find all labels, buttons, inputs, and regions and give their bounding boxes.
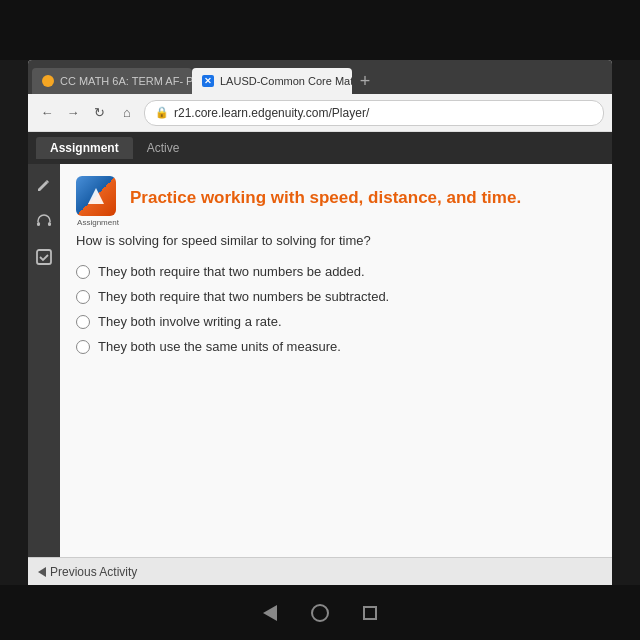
main-content: Assignment Practice working with speed, …: [60, 164, 612, 557]
nav-controls: ← → ↻: [36, 102, 110, 124]
content-area: Assignment Practice working with speed, …: [28, 164, 612, 557]
android-recents-icon: [363, 606, 377, 620]
sidebar-check-icon[interactable]: [33, 246, 55, 268]
new-tab-button[interactable]: +: [352, 68, 378, 94]
android-recents-button[interactable]: [360, 603, 380, 623]
url-text: r21.core.learn.edgenuity.com/Player/: [174, 106, 369, 120]
browser-window: CC MATH 6A: TERM AF- PER... ✕ ✕ LAUSD-Co…: [28, 60, 612, 585]
sidebar-pencil-icon[interactable]: [33, 174, 55, 196]
tab-2[interactable]: ✕ LAUSD-Common Core Math ... ✕: [192, 68, 352, 94]
tab1-label: CC MATH 6A: TERM AF- PER...: [60, 75, 192, 87]
assignment-header: Assignment Practice working with speed, …: [76, 176, 596, 220]
back-button[interactable]: ←: [36, 102, 58, 124]
tab2-label: LAUSD-Common Core Math ...: [220, 75, 352, 87]
android-back-icon: [263, 605, 277, 621]
previous-activity-button[interactable]: Previous Activity: [38, 565, 137, 579]
left-sidebar: [28, 164, 60, 557]
option-3[interactable]: They both involve writing a rate.: [76, 314, 596, 329]
address-bar: ← → ↻ ⌂ 🔒 r21.core.learn.edgenuity.com/P…: [28, 94, 612, 132]
option-3-text: They both involve writing a rate.: [98, 314, 282, 329]
prev-arrow-icon: [38, 567, 46, 577]
refresh-button[interactable]: ↻: [88, 102, 110, 124]
svg-rect-1: [48, 222, 51, 226]
tab-bar: CC MATH 6A: TERM AF- PER... ✕ ✕ LAUSD-Co…: [28, 60, 612, 94]
android-back-button[interactable]: [260, 603, 280, 623]
svg-rect-0: [37, 222, 40, 226]
options-list: They both require that two numbers be ad…: [76, 264, 596, 354]
sidebar-headphones-icon[interactable]: [33, 210, 55, 232]
prev-activity-label: Previous Activity: [50, 565, 137, 579]
android-home-button[interactable]: [310, 603, 330, 623]
question-text: How is solving for speed similar to solv…: [76, 232, 596, 250]
svg-marker-3: [88, 188, 104, 204]
radio-3[interactable]: [76, 315, 90, 329]
bezel-bottom: [0, 585, 640, 640]
tab1-favicon: [42, 75, 54, 87]
tab2-favicon: ✕: [202, 75, 214, 87]
bottom-activity-bar: Previous Activity: [28, 557, 612, 585]
url-bar[interactable]: 🔒 r21.core.learn.edgenuity.com/Player/: [144, 100, 604, 126]
option-1-text: They both require that two numbers be ad…: [98, 264, 365, 279]
tab-1[interactable]: CC MATH 6A: TERM AF- PER... ✕: [32, 68, 192, 94]
android-home-icon: [311, 604, 329, 622]
svg-rect-2: [37, 250, 51, 264]
lock-icon: 🔒: [155, 106, 169, 119]
page-tab-bar: Assignment Active: [28, 132, 612, 164]
assignment-icon: Assignment: [76, 176, 120, 220]
assignment-title: Practice working with speed, distance, a…: [130, 188, 521, 208]
forward-button[interactable]: →: [62, 102, 84, 124]
option-2[interactable]: They both require that two numbers be su…: [76, 289, 596, 304]
option-4-text: They both use the same units of measure.: [98, 339, 341, 354]
option-1[interactable]: They both require that two numbers be ad…: [76, 264, 596, 279]
option-4[interactable]: They both use the same units of measure.: [76, 339, 596, 354]
radio-1[interactable]: [76, 265, 90, 279]
assignment-icon-graphic: [76, 176, 116, 216]
radio-2[interactable]: [76, 290, 90, 304]
home-button[interactable]: ⌂: [116, 102, 138, 124]
assignment-icon-label: Assignment: [76, 218, 120, 227]
bezel-top: [0, 0, 640, 60]
option-2-text: They both require that two numbers be su…: [98, 289, 389, 304]
active-tab[interactable]: Active: [133, 137, 194, 159]
assignment-tab[interactable]: Assignment: [36, 137, 133, 159]
radio-4[interactable]: [76, 340, 90, 354]
